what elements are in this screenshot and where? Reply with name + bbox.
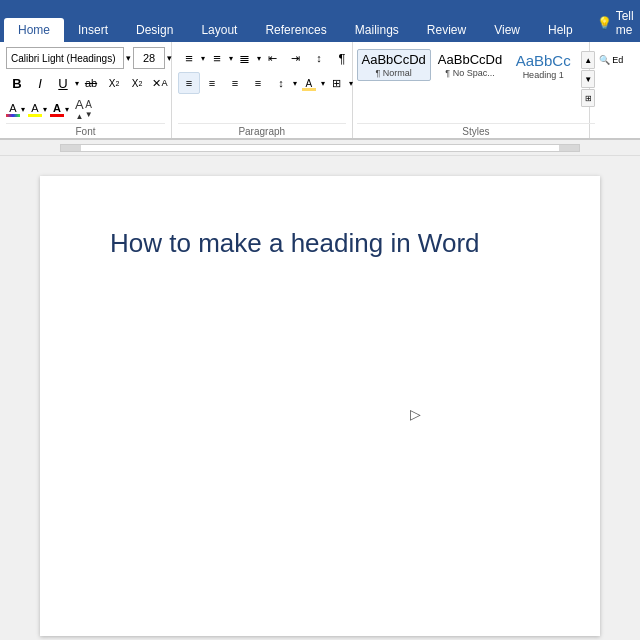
font-size-input[interactable] <box>133 47 165 69</box>
styles-group: AaBbCcDd ¶ Normal AaBbCcDd ¶ No Spac... … <box>353 42 590 138</box>
bold-button[interactable]: B <box>6 72 28 94</box>
ruler <box>0 140 640 156</box>
font-group: ▾ ▾ B I U ▾ ab X2 X2 ✕A <box>0 42 172 138</box>
style-no-spacing[interactable]: AaBbCcDd ¶ No Spac... <box>433 49 507 81</box>
font-group-label: Font <box>6 123 165 138</box>
tab-help[interactable]: Help <box>534 18 587 42</box>
lightbulb-icon: 💡 <box>597 16 612 30</box>
tab-references[interactable]: References <box>251 18 340 42</box>
tab-bar: Home Insert Design Layout References Mai… <box>0 0 640 42</box>
text-effects-button[interactable]: A <box>6 102 20 117</box>
style-normal-preview: AaBbCcDd <box>362 52 426 68</box>
superscript-button[interactable]: X2 <box>126 72 148 94</box>
sort-button[interactable]: ↕ <box>308 47 330 69</box>
borders-button[interactable]: ⊞ <box>326 72 348 94</box>
align-center-button[interactable]: ≡ <box>201 72 223 94</box>
align-right-button[interactable]: ≡ <box>224 72 246 94</box>
paragraph-group-label: Paragraph <box>178 123 346 138</box>
tell-me-input[interactable]: 💡 Tell me <box>587 4 640 42</box>
tab-home[interactable]: Home <box>4 18 64 42</box>
tab-insert[interactable]: Insert <box>64 18 122 42</box>
document-heading[interactable]: How to make a heading in Word <box>110 226 530 261</box>
line-spacing-button[interactable]: ↕ <box>270 72 292 94</box>
edit-group: 🔍 Ed <box>590 42 640 138</box>
style-heading1[interactable]: AaBbCc Heading 1 <box>509 49 577 83</box>
document-page[interactable]: How to make a heading in Word ▷ <box>40 176 600 636</box>
font-color-button[interactable]: A <box>50 102 64 117</box>
style-nospace-preview: AaBbCcDd <box>438 52 502 68</box>
text-effects-dropdown[interactable]: ▾ <box>21 105 25 114</box>
font-color-dropdown[interactable]: ▾ <box>65 105 69 114</box>
multilevel-list-button[interactable]: ≣ <box>234 47 256 69</box>
style-h1-preview: AaBbCc <box>516 52 571 70</box>
find-button[interactable]: 🔍 Ed <box>596 49 632 71</box>
text-cursor: ▷ <box>410 406 422 420</box>
tab-view[interactable]: View <box>480 18 534 42</box>
styles-group-label: Styles <box>357 123 596 138</box>
style-normal-label: ¶ Normal <box>376 68 412 78</box>
paragraph-group: ≡ ▾ ≡ ▾ ≣ ▾ ⇤ ⇥ ↕ ¶ ≡ ≡ ≡ ≡ ↕ <box>172 42 353 138</box>
underline-dropdown[interactable]: ▾ <box>75 79 79 88</box>
justify-button[interactable]: ≡ <box>247 72 269 94</box>
tab-mailings[interactable]: Mailings <box>341 18 413 42</box>
bullets-button[interactable]: ≡ <box>178 47 200 69</box>
shading-dropdown[interactable]: ▾ <box>321 79 325 88</box>
shading-button[interactable]: A <box>298 72 320 94</box>
line-spacing-dropdown[interactable]: ▾ <box>293 79 297 88</box>
style-nospace-label: ¶ No Spac... <box>445 68 494 78</box>
style-h1-label: Heading 1 <box>523 70 564 80</box>
underline-button[interactable]: U <box>52 72 74 94</box>
document-area[interactable]: How to make a heading in Word ▷ <box>0 156 640 640</box>
highlight-color-button[interactable]: A <box>28 102 42 117</box>
italic-button[interactable]: I <box>29 72 51 94</box>
strikethrough-button[interactable]: ab <box>80 72 102 94</box>
highlight-dropdown[interactable]: ▾ <box>43 105 47 114</box>
numbering-button[interactable]: ≡ <box>206 47 228 69</box>
subscript-button[interactable]: X2 <box>103 72 125 94</box>
bullets-dropdown[interactable]: ▾ <box>201 54 205 63</box>
multilevel-dropdown[interactable]: ▾ <box>257 54 261 63</box>
font-size-grow-button[interactable]: A ▲ <box>75 97 84 121</box>
tab-design[interactable]: Design <box>122 18 187 42</box>
font-size-shrink-button[interactable]: A ▼ <box>85 99 93 119</box>
tab-review[interactable]: Review <box>413 18 480 42</box>
style-normal[interactable]: AaBbCcDd ¶ Normal <box>357 49 431 81</box>
font-name-dropdown-arrow[interactable]: ▾ <box>126 53 131 63</box>
decrease-indent-button[interactable]: ⇤ <box>262 47 284 69</box>
font-name-input[interactable] <box>6 47 124 69</box>
numbering-dropdown[interactable]: ▾ <box>229 54 233 63</box>
increase-indent-button[interactable]: ⇥ <box>285 47 307 69</box>
show-hide-button[interactable]: ¶ <box>331 47 353 69</box>
align-left-button[interactable]: ≡ <box>178 72 200 94</box>
tab-layout[interactable]: Layout <box>187 18 251 42</box>
ribbon: ▾ ▾ B I U ▾ ab X2 X2 ✕A <box>0 42 640 140</box>
clear-formatting-button[interactable]: ✕A <box>149 72 171 94</box>
